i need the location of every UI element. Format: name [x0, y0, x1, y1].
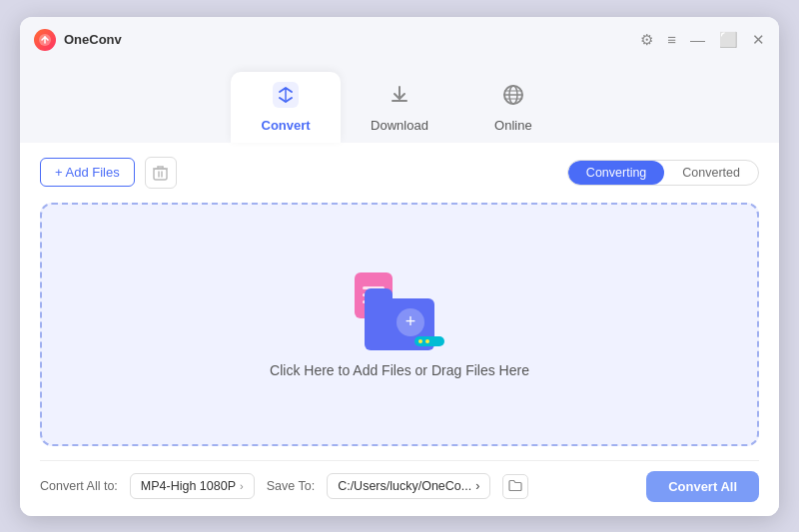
menu-icon[interactable]: ≡	[667, 31, 676, 48]
usb-dot-2	[425, 339, 429, 343]
minimize-icon[interactable]: —	[690, 31, 705, 48]
app-title: OneConv	[64, 32, 122, 47]
tab-convert[interactable]: Convert	[231, 72, 341, 143]
tab-download-label: Download	[371, 118, 428, 133]
svg-rect-8	[154, 169, 167, 180]
usb-bar	[414, 336, 444, 346]
usb-dot-1	[418, 339, 422, 343]
settings-icon[interactable]: ⚙	[640, 31, 653, 49]
save-path-select[interactable]: C:/Users/lucky/OneCo... ›	[327, 473, 490, 499]
tab-download[interactable]: Download	[341, 72, 458, 143]
folder-browse-icon[interactable]	[502, 474, 528, 499]
drop-label: Click Here to Add Files or Drag Files He…	[270, 362, 529, 378]
tab-convert-label: Convert	[262, 118, 311, 133]
app-window: OneConv ⚙ ≡ — ⬜ ✕ Convert	[20, 17, 779, 516]
titlebar-controls: ⚙ ≡ — ⬜ ✕	[640, 31, 765, 49]
tab-online-label: Online	[494, 118, 532, 133]
delete-button[interactable]	[145, 157, 177, 189]
convert-all-to-label: Convert All to:	[40, 479, 118, 493]
convert-tab-icon	[273, 82, 299, 114]
tabbar: Convert Download Online	[20, 55, 779, 143]
drop-illustration: +	[355, 270, 444, 350]
format-select[interactable]: MP4-High 1080P ›	[130, 473, 255, 499]
tab-switcher: Converting Converted	[567, 160, 759, 186]
app-logo	[34, 29, 56, 51]
maximize-icon[interactable]: ⬜	[719, 31, 738, 49]
download-tab-icon	[387, 82, 412, 114]
titlebar: OneConv ⚙ ≡ — ⬜ ✕	[20, 17, 779, 55]
format-chevron-icon: ›	[240, 480, 244, 492]
path-chevron-icon: ›	[475, 479, 479, 493]
folder-plus-icon: +	[397, 308, 424, 336]
save-path-value: C:/Users/lucky/OneCo...	[338, 479, 471, 493]
drop-area[interactable]: + Click Here to Add Files or Drag Files …	[40, 203, 759, 446]
tab-online[interactable]: Online	[458, 72, 568, 143]
convert-all-button[interactable]: Convert All	[646, 471, 759, 502]
footer-bar: Convert All to: MP4-High 1080P › Save To…	[40, 460, 759, 502]
main-content: + Add Files Converting Converted	[20, 143, 779, 516]
titlebar-left: OneConv	[34, 29, 122, 51]
add-files-button[interactable]: + Add Files	[40, 158, 135, 187]
converting-tab-btn[interactable]: Converting	[568, 161, 664, 185]
save-to-label: Save To:	[267, 479, 315, 493]
converted-tab-btn[interactable]: Converted	[664, 161, 758, 185]
online-tab-icon	[500, 82, 526, 114]
format-value: MP4-High 1080P	[141, 479, 236, 493]
toolbar: + Add Files Converting Converted	[40, 157, 759, 189]
folder-tab	[365, 288, 393, 298]
close-icon[interactable]: ✕	[752, 31, 765, 49]
